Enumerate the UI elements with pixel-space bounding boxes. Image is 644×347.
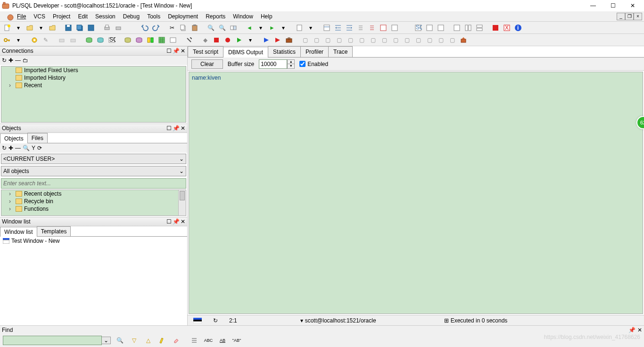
scrollbar[interactable] bbox=[178, 190, 186, 215]
find-abc-icon[interactable]: ABC bbox=[203, 335, 214, 346]
filter-combo[interactable]: All objects⌄ bbox=[1, 166, 186, 176]
open2-icon[interactable] bbox=[47, 23, 58, 33]
panel-close-icon[interactable]: ✕ bbox=[181, 218, 185, 225]
obj-add-icon[interactable]: ✚ bbox=[8, 145, 13, 151]
panel-pin-icon[interactable]: 📌 bbox=[173, 125, 180, 132]
info-icon[interactable]: i bbox=[513, 23, 523, 33]
conn-remove-icon[interactable]: — bbox=[15, 57, 21, 64]
tab-profiler[interactable]: Profiler bbox=[300, 46, 329, 57]
panel-close-icon[interactable]: ✕ bbox=[181, 48, 185, 54]
find-pin-icon[interactable]: 📌 bbox=[628, 327, 636, 333]
fwd-icon[interactable]: ► bbox=[267, 23, 277, 33]
menu-window[interactable]: Window bbox=[229, 12, 257, 21]
d5-icon[interactable]: ▢ bbox=[345, 35, 355, 45]
comment-icon[interactable] bbox=[355, 23, 366, 33]
panel-pin-icon[interactable]: 📌 bbox=[173, 218, 180, 225]
tree-row[interactable]: ›Recent objects bbox=[1, 190, 186, 198]
tree-row[interactable]: Imported Fixed Users bbox=[1, 66, 186, 74]
find-regex-icon[interactable]: AB bbox=[217, 335, 228, 346]
tab-files[interactable]: Files bbox=[27, 133, 48, 143]
cmd-win-icon[interactable] bbox=[424, 23, 435, 33]
debug-go-dd-icon[interactable]: ▾ bbox=[245, 35, 256, 45]
d2-icon[interactable]: ▢ bbox=[311, 35, 322, 45]
conn-add-icon[interactable]: ✚ bbox=[8, 57, 13, 64]
run2-icon[interactable] bbox=[272, 35, 283, 45]
print-icon[interactable] bbox=[102, 23, 112, 33]
find-list-icon[interactable] bbox=[189, 335, 199, 346]
d7-icon[interactable]: ▢ bbox=[368, 35, 378, 45]
debug-brk-icon[interactable] bbox=[223, 35, 233, 45]
copy-icon[interactable] bbox=[178, 23, 189, 33]
panel-float-icon[interactable]: ☐ bbox=[166, 218, 172, 225]
d13-icon[interactable]: ▢ bbox=[436, 35, 446, 45]
newwin-icon[interactable] bbox=[322, 23, 332, 33]
conn-folder-icon[interactable]: 🗀 bbox=[23, 57, 28, 64]
menu-edit[interactable]: Edit bbox=[74, 12, 91, 21]
menu-reports[interactable]: Reports bbox=[202, 12, 229, 21]
open-dropdown-icon[interactable]: ▾ bbox=[36, 23, 46, 33]
save-icon[interactable] bbox=[63, 23, 74, 33]
key-icon[interactable] bbox=[2, 35, 12, 45]
disk3-icon[interactable] bbox=[123, 35, 133, 45]
special2-icon[interactable] bbox=[389, 23, 400, 33]
compare-icon[interactable] bbox=[145, 35, 156, 45]
debug-stop-icon[interactable] bbox=[211, 35, 222, 45]
dbms-output[interactable]: name:kiven bbox=[189, 72, 643, 314]
tree-row[interactable]: ›Functions bbox=[1, 205, 186, 213]
find-icon[interactable]: 🔍 bbox=[206, 23, 216, 33]
d8-icon[interactable]: ▢ bbox=[379, 35, 389, 45]
tree-row[interactable]: Imported History bbox=[1, 74, 186, 82]
panel-float-icon[interactable]: ☐ bbox=[166, 48, 172, 54]
tab-dbms-output[interactable]: DBMS Output bbox=[223, 47, 268, 58]
tab-objects[interactable]: Objects bbox=[0, 133, 28, 143]
tab-templates[interactable]: Templates bbox=[37, 226, 71, 236]
d10-icon[interactable]: ▢ bbox=[402, 35, 412, 45]
back-icon[interactable]: ◄ bbox=[244, 23, 255, 33]
conn-refresh-icon[interactable]: ↻ bbox=[2, 57, 7, 64]
uncomment-icon[interactable] bbox=[367, 23, 377, 33]
find-down-icon[interactable]: ▽ bbox=[129, 335, 139, 346]
red2-icon[interactable]: X bbox=[502, 23, 512, 33]
menu-debug[interactable]: Debug bbox=[119, 12, 143, 21]
find-highlight-icon[interactable] bbox=[157, 335, 167, 346]
new-icon[interactable] bbox=[2, 23, 12, 33]
menu-project[interactable]: Project bbox=[49, 12, 74, 21]
enabled-input[interactable] bbox=[299, 61, 305, 67]
gear-icon[interactable] bbox=[29, 35, 40, 45]
tab-test-script[interactable]: Test script bbox=[188, 46, 223, 57]
panel-close-icon[interactable]: ✕ bbox=[181, 125, 185, 132]
mdi-minimize[interactable]: _ bbox=[617, 13, 625, 20]
paste-icon[interactable] bbox=[190, 23, 200, 33]
cut-icon[interactable]: ✂ bbox=[167, 23, 177, 33]
disk4-icon[interactable] bbox=[134, 35, 144, 45]
find-erase-icon[interactable] bbox=[171, 335, 182, 346]
connections-tree[interactable]: Imported Fixed Users Imported History ›R… bbox=[1, 66, 186, 123]
objects-search[interactable]: Enter search text... bbox=[1, 178, 186, 189]
deploy-icon[interactable] bbox=[458, 35, 469, 45]
tree-row[interactable]: ›Recent bbox=[1, 82, 186, 89]
menu-vcs[interactable]: VCS bbox=[30, 12, 49, 21]
find-up-icon[interactable]: △ bbox=[143, 335, 153, 346]
find-close-icon[interactable]: ✕ bbox=[637, 327, 642, 333]
find-input[interactable] bbox=[3, 336, 102, 345]
find-quote-icon[interactable]: "AB" bbox=[231, 335, 242, 346]
findnext-icon[interactable]: 🔍 bbox=[217, 23, 227, 33]
obj-find-icon[interactable]: 🔍 bbox=[23, 145, 30, 151]
tree-row[interactable]: ›Recycle bin bbox=[1, 198, 186, 205]
tab-trace[interactable]: Trace bbox=[328, 46, 353, 57]
status-reload-icon[interactable]: ↻ bbox=[209, 317, 222, 324]
d3-icon[interactable]: ▢ bbox=[322, 35, 333, 45]
disk1-icon[interactable] bbox=[84, 35, 94, 45]
bookmark-icon[interactable] bbox=[294, 23, 305, 33]
run-icon[interactable] bbox=[261, 35, 272, 45]
d12-icon[interactable]: ▢ bbox=[424, 35, 435, 45]
scope-combo[interactable]: <CURRENT USER>⌄ bbox=[1, 154, 186, 164]
print-setup-icon[interactable] bbox=[113, 23, 124, 33]
obj-more-icon[interactable]: ⟳ bbox=[37, 145, 42, 151]
key-dd-icon[interactable]: ▾ bbox=[13, 35, 24, 45]
menu-session[interactable]: Session bbox=[91, 12, 119, 21]
briefcase-icon[interactable] bbox=[284, 35, 294, 45]
open-icon[interactable] bbox=[25, 23, 35, 33]
sql-icon[interactable]: SQL bbox=[107, 35, 117, 45]
find-search-icon[interactable]: 🔍 bbox=[115, 335, 125, 346]
